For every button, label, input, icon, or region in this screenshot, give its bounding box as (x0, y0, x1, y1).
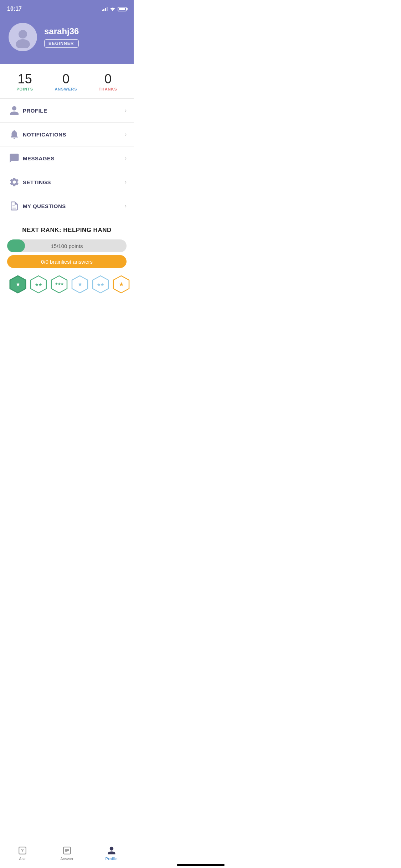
profile-header: sarahj36 BEGINNER (0, 16, 134, 64)
avatar-image (12, 26, 34, 48)
wifi-icon (110, 7, 115, 11)
menu-item-settings[interactable]: SETTINGS › (0, 170, 134, 194)
menu-item-notifications[interactable]: NOTIFICATIONS › (0, 123, 134, 146)
questions-icon-wrap (7, 201, 21, 211)
profile-icon-wrap (7, 105, 21, 116)
messages-icon-wrap (7, 153, 21, 164)
notifications-chevron: › (125, 131, 127, 138)
messages-chevron: › (125, 155, 127, 161)
svg-text:★★: ★★ (35, 283, 42, 287)
settings-chevron: › (125, 179, 127, 185)
settings-icon-wrap (7, 177, 21, 187)
badge-row: ★ ★★ ★★★ ★ ★★ (7, 275, 127, 301)
profile-info: sarahj36 BEGINNER (44, 26, 79, 48)
svg-text:★: ★ (119, 281, 124, 287)
thanks-value: 0 (104, 73, 112, 86)
chat-icon (9, 153, 20, 164)
badge-icon-1: ★ (9, 275, 27, 294)
status-time: 10:17 (7, 6, 22, 12)
points-progress-bar: 15/100 points (7, 239, 127, 252)
stat-answers: 0 ANSWERS (55, 73, 77, 91)
status-bar: 10:17 (0, 0, 134, 16)
my-questions-chevron: › (125, 203, 127, 209)
svg-point-1 (16, 39, 30, 48)
profile-chevron: › (125, 107, 127, 114)
svg-text:★: ★ (16, 281, 20, 287)
answers-value: 0 (62, 73, 70, 86)
progress-text: 15/100 points (51, 243, 83, 249)
notifications-icon-wrap (7, 129, 21, 140)
brainliest-bar: 0/0 brainliest answers (7, 255, 127, 268)
badge-5: ★★ (91, 275, 110, 294)
svg-text:★★: ★★ (97, 283, 104, 287)
bell-icon (9, 129, 20, 140)
badge-icon-3: ★★★ (50, 275, 68, 294)
rank-section: NEXT RANK: HELPING HAND 15/100 points 0/… (0, 218, 134, 306)
menu-item-messages[interactable]: MESSAGES › (0, 146, 134, 170)
rank-title: NEXT RANK: HELPING HAND (7, 227, 127, 234)
profile-menu-label: PROFILE (21, 108, 125, 114)
badge-icon-6: ★ (112, 275, 130, 294)
status-icons (102, 7, 127, 11)
badge-icon-2: ★★ (29, 275, 48, 294)
username: sarahj36 (44, 26, 79, 36)
menu-item-my-questions[interactable]: MY QUESTIONS › (0, 194, 134, 218)
points-value: 15 (18, 73, 32, 86)
badge-1: ★ (9, 275, 27, 294)
svg-text:★: ★ (78, 281, 82, 287)
document-icon (9, 201, 20, 211)
answers-label: ANSWERS (55, 87, 77, 91)
brainliest-text: 0/0 brainliest answers (41, 259, 93, 265)
badge-2: ★★ (29, 275, 48, 294)
badge-icon-5: ★★ (91, 275, 110, 294)
avatar (9, 23, 37, 51)
thanks-label: THANKS (99, 87, 117, 91)
points-label: POINTS (16, 87, 33, 91)
badge-6: ★ (112, 275, 130, 294)
points-progress-fill (7, 239, 25, 252)
messages-menu-label: MESSAGES (21, 155, 125, 161)
stat-points: 15 POINTS (16, 73, 33, 91)
person-icon (9, 105, 20, 116)
svg-text:★★★: ★★★ (55, 282, 64, 286)
battery-icon (118, 7, 127, 11)
rank-badge: BEGINNER (44, 39, 79, 48)
stats-row: 15 POINTS 0 ANSWERS 0 THANKS (0, 64, 134, 99)
badge-4: ★ (71, 275, 89, 294)
signal-icon (102, 7, 108, 11)
stat-thanks: 0 THANKS (99, 73, 117, 91)
my-questions-menu-label: MY QUESTIONS (21, 203, 125, 209)
gear-icon (9, 177, 20, 187)
settings-menu-label: SETTINGS (21, 179, 125, 185)
svg-point-0 (19, 30, 27, 38)
badge-3: ★★★ (50, 275, 68, 294)
menu-item-profile[interactable]: PROFILE › (0, 99, 134, 123)
menu-list: PROFILE › NOTIFICATIONS › MESSAGES › SET… (0, 99, 134, 218)
badge-icon-4: ★ (71, 275, 89, 294)
notifications-menu-label: NOTIFICATIONS (21, 131, 125, 138)
